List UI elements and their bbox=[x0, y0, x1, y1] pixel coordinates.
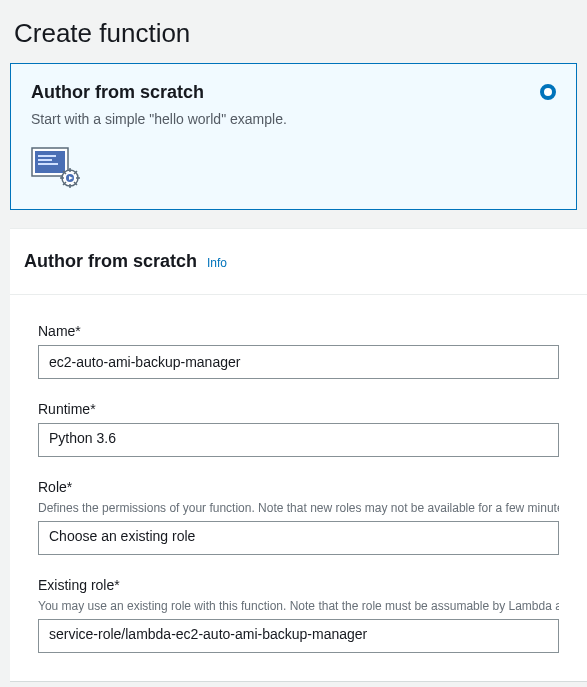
name-input[interactable] bbox=[38, 345, 559, 379]
svg-rect-2 bbox=[38, 155, 56, 157]
field-name-label: Name* bbox=[38, 323, 559, 339]
svg-rect-4 bbox=[38, 163, 58, 165]
runtime-select[interactable]: Python 3.6 bbox=[38, 423, 559, 457]
existing-role-select[interactable]: service-role/lambda-ec2-auto-ami-backup-… bbox=[38, 619, 559, 653]
field-role: Role* Defines the permissions of your fu… bbox=[10, 479, 587, 577]
code-gear-icon bbox=[31, 147, 81, 193]
form-header: Author from scratch Info bbox=[10, 251, 587, 295]
role-select[interactable]: Choose an existing role bbox=[38, 521, 559, 555]
radio-selected-icon bbox=[540, 84, 556, 100]
field-name: Name* bbox=[10, 323, 587, 401]
field-role-help: Defines the permissions of your function… bbox=[38, 501, 559, 515]
option-desc: Start with a simple "hello world" exampl… bbox=[31, 111, 556, 127]
form-panel: Author from scratch Info Name* Runtime* … bbox=[10, 228, 587, 682]
info-link[interactable]: Info bbox=[207, 256, 227, 270]
field-existing-role-help: You may use an existing role with this f… bbox=[38, 599, 559, 613]
form-header-title: Author from scratch bbox=[24, 251, 197, 272]
svg-rect-1 bbox=[35, 151, 65, 173]
option-author-from-scratch[interactable]: Author from scratch Start with a simple … bbox=[10, 63, 577, 210]
option-title: Author from scratch bbox=[31, 82, 556, 103]
page-title: Create function bbox=[0, 0, 587, 63]
field-existing-role-label: Existing role* bbox=[38, 577, 559, 593]
field-existing-role: Existing role* You may use an existing r… bbox=[10, 577, 587, 675]
field-runtime: Runtime* Python 3.6 bbox=[10, 401, 587, 479]
svg-rect-3 bbox=[38, 159, 52, 161]
field-runtime-label: Runtime* bbox=[38, 401, 559, 417]
panel-divider bbox=[10, 681, 587, 682]
field-role-label: Role* bbox=[38, 479, 559, 495]
